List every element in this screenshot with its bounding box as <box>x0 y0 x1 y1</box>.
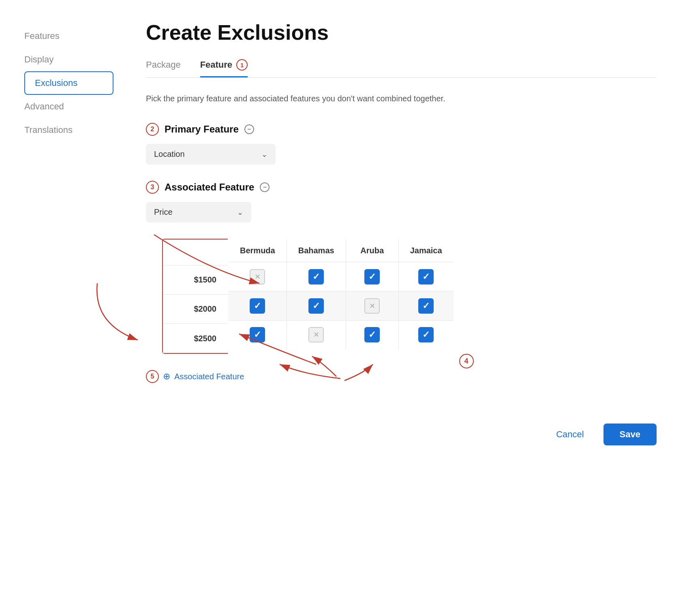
associated-feature-section: 3 Associated Feature − Price ⌄ <box>146 181 657 354</box>
cell-2500-bahamas[interactable] <box>287 321 346 350</box>
tab-feature[interactable]: Feature 1 <box>200 59 248 77</box>
matrix-wrapper: $1500 $2000 $2500 Bermuda Bahamas Aruba <box>162 239 657 354</box>
associated-dropdown-arrow: ⌄ <box>237 208 243 217</box>
cell-1500-aruba[interactable] <box>346 262 398 291</box>
table-row <box>228 291 454 321</box>
primary-feature-section: 2 Primary Feature − Location ⌄ <box>146 123 657 165</box>
step4-circle: 4 <box>459 354 474 368</box>
checkbox-2500-bahamas[interactable] <box>308 327 324 342</box>
checkbox-1500-bermuda[interactable] <box>250 269 265 284</box>
sidebar-item-exclusions[interactable]: Exclusions <box>24 71 113 95</box>
col-header-jamaica: Jamaica <box>398 239 454 262</box>
checkbox-2000-bermuda[interactable] <box>250 298 265 314</box>
sidebar-item-features[interactable]: Features <box>24 24 113 48</box>
associated-feature-remove[interactable]: − <box>260 182 270 192</box>
main-content: Create Exclusions Package Feature 1 Pick… <box>113 0 689 616</box>
row-label-1500: $1500 <box>163 265 228 295</box>
cell-2500-jamaica[interactable] <box>398 321 454 350</box>
step3-circle: 3 <box>146 181 159 194</box>
matrix-table: Bermuda Bahamas Aruba Jamaica <box>228 239 454 350</box>
col-header-aruba: Aruba <box>346 239 398 262</box>
primary-dropdown-arrow: ⌄ <box>261 150 267 159</box>
checkbox-2000-aruba[interactable] <box>364 298 380 314</box>
table-row <box>228 321 454 350</box>
row-label-2000: $2000 <box>163 295 228 324</box>
cell-2500-bermuda[interactable] <box>228 321 287 350</box>
checkbox-2500-bermuda[interactable] <box>250 327 265 342</box>
cell-2000-bermuda[interactable] <box>228 291 287 321</box>
step2-circle: 2 <box>146 123 159 136</box>
cell-1500-bahamas[interactable] <box>287 262 346 291</box>
exclusion-matrix: $1500 $2000 $2500 Bermuda Bahamas Aruba <box>162 239 657 354</box>
cell-1500-bermuda[interactable] <box>228 262 287 291</box>
add-associated-feature-button[interactable]: 5 ⊕ Associated Feature <box>146 370 657 383</box>
row-labels: $1500 $2000 $2500 <box>162 239 228 354</box>
table-row <box>228 262 454 291</box>
footer-buttons: Cancel Save <box>146 407 657 445</box>
checkbox-1500-aruba[interactable] <box>364 269 380 284</box>
sidebar-item-advanced[interactable]: Advanced <box>24 95 113 118</box>
sidebar: Features Display Exclusions Advanced Tra… <box>0 0 113 616</box>
checkbox-2000-jamaica[interactable] <box>418 298 434 314</box>
tab-package[interactable]: Package <box>146 59 181 77</box>
primary-feature-label: 2 Primary Feature − <box>146 123 657 136</box>
feature-tab-badge: 1 <box>236 59 248 71</box>
sidebar-item-translations[interactable]: Translations <box>24 118 113 142</box>
checkbox-1500-jamaica[interactable] <box>418 269 434 284</box>
page-title: Create Exclusions <box>146 20 657 45</box>
checkbox-2000-bahamas[interactable] <box>308 298 324 314</box>
cell-2500-aruba[interactable] <box>346 321 398 350</box>
primary-feature-dropdown[interactable]: Location ⌄ <box>146 144 276 165</box>
cell-2000-jamaica[interactable] <box>398 291 454 321</box>
description-text: Pick the primary feature and associated … <box>146 94 657 103</box>
col-header-bahamas: Bahamas <box>287 239 346 262</box>
associated-feature-dropdown[interactable]: Price ⌄ <box>146 202 251 222</box>
cell-2000-aruba[interactable] <box>346 291 398 321</box>
plus-icon: ⊕ <box>163 371 170 382</box>
associated-feature-label: 3 Associated Feature − <box>146 181 657 194</box>
checkbox-2500-aruba[interactable] <box>364 327 380 342</box>
cell-2000-bahamas[interactable] <box>287 291 346 321</box>
row-label-2500: $2500 <box>163 324 228 353</box>
cell-1500-jamaica[interactable] <box>398 262 454 291</box>
cancel-button[interactable]: Cancel <box>545 424 595 445</box>
row-label-spacer <box>163 240 228 265</box>
save-button[interactable]: Save <box>603 424 657 445</box>
step5-circle: 5 <box>146 370 159 383</box>
sidebar-item-display[interactable]: Display <box>24 48 113 71</box>
primary-feature-remove[interactable]: − <box>244 124 254 134</box>
col-header-bermuda: Bermuda <box>228 239 287 262</box>
checkbox-1500-bahamas[interactable] <box>308 269 324 284</box>
tab-bar: Package Feature 1 <box>146 59 657 78</box>
checkbox-2500-jamaica[interactable] <box>418 327 434 342</box>
